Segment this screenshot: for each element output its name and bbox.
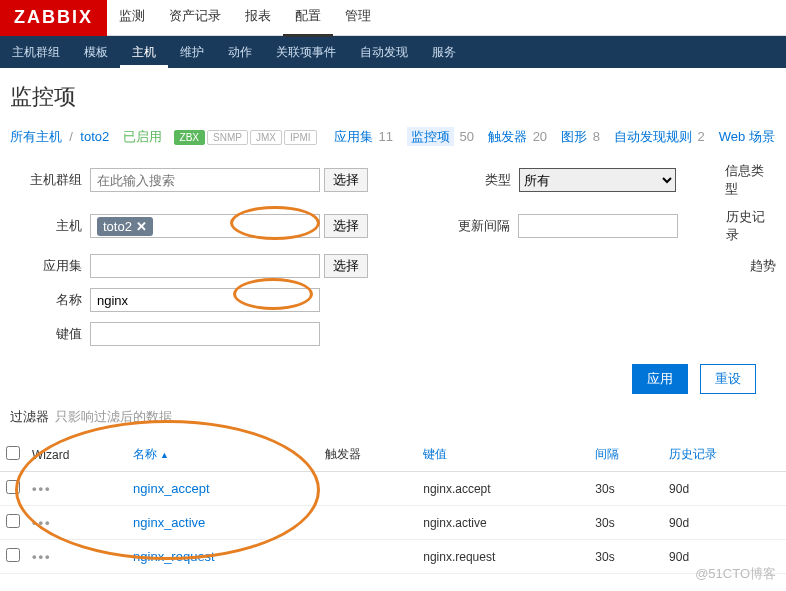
item-name-link[interactable]: nginx_accept [133, 481, 210, 496]
label-app: 应用集 [10, 257, 90, 275]
label-type: 类型 [441, 171, 519, 189]
topnav-item[interactable]: 管理 [333, 0, 383, 37]
subnav-item[interactable]: 主机 [120, 36, 168, 68]
item-interval: 30s [589, 472, 663, 506]
host-tag: SNMP [207, 130, 248, 145]
table-row: •••nginx_activenginx.active30s90d [0, 506, 786, 540]
subnav-item[interactable]: 模板 [72, 36, 120, 68]
sub-nav: 主机群组模板主机维护动作关联项事件自动发现服务 [0, 36, 786, 68]
col-name[interactable]: 名称 [127, 438, 319, 472]
filter-header: 过滤器只影响过滤后的数据 [0, 402, 786, 432]
subnav-item[interactable]: 自动发现 [348, 36, 420, 68]
item-name-link[interactable]: nginx_request [133, 549, 215, 564]
row-checkbox[interactable] [6, 514, 20, 528]
host-token[interactable]: toto2✕ [97, 217, 153, 236]
label-host: 主机 [10, 217, 90, 235]
app-input[interactable] [90, 254, 320, 278]
label-info-type: 信息类型 [725, 162, 776, 198]
item-key: nginx.accept [417, 472, 589, 506]
topnav-item[interactable]: 监测 [107, 0, 157, 37]
label-group: 主机群组 [10, 171, 90, 189]
close-icon[interactable]: ✕ [136, 219, 147, 234]
items-table: Wizard 名称 触发器 键值 间隔 历史记录 •••nginx_accept… [0, 438, 786, 574]
wizard-icon[interactable]: ••• [32, 515, 52, 530]
subnav-item[interactable]: 主机群组 [0, 36, 72, 68]
crumb-host[interactable]: toto2 [80, 129, 109, 144]
top-nav: 监测资产记录报表配置管理 [107, 0, 383, 37]
item-name-link[interactable]: nginx_active [133, 515, 205, 530]
item-key: nginx.request [417, 540, 589, 574]
table-row: •••nginx_acceptnginx.accept30s90d [0, 472, 786, 506]
col-history[interactable]: 历史记录 [663, 438, 786, 472]
row-checkbox[interactable] [6, 548, 20, 562]
item-history: 90d [663, 506, 786, 540]
col-wizard: Wizard [26, 438, 127, 472]
type-select[interactable]: 所有 [519, 168, 676, 192]
watermark: @51CTO博客 [695, 565, 776, 574]
row-checkbox[interactable] [6, 480, 20, 494]
subnav-item[interactable]: 动作 [216, 36, 264, 68]
name-input[interactable] [90, 288, 320, 312]
top-bar: ZABBIX 监测资产记录报表配置管理 [0, 0, 786, 36]
label-name: 名称 [10, 291, 90, 309]
breadcrumb: 所有主机 / toto2 已启用 ZBXSNMPJMXIPMI 应用集 11监控… [0, 124, 786, 158]
wizard-icon[interactable]: ••• [32, 481, 52, 496]
subnav-item[interactable]: 关联项事件 [264, 36, 348, 68]
item-interval: 30s [589, 540, 663, 574]
label-history: 历史记录 [726, 208, 776, 244]
reset-button[interactable]: 重设 [700, 364, 756, 394]
host-stat-link[interactable]: 触发器 [488, 129, 527, 144]
host-stat-link[interactable]: 自动发现规则 [614, 129, 692, 144]
topnav-item[interactable]: 配置 [283, 0, 333, 37]
host-select-button[interactable]: 选择 [324, 214, 368, 238]
host-input[interactable]: toto2✕ [90, 214, 320, 238]
col-interval[interactable]: 间隔 [589, 438, 663, 472]
label-key: 键值 [10, 325, 90, 343]
app-select-button[interactable]: 选择 [324, 254, 368, 278]
page-title: 监控项 [10, 82, 776, 112]
item-key: nginx.active [417, 506, 589, 540]
host-tag: IPMI [284, 130, 317, 145]
group-input[interactable] [90, 168, 320, 192]
apply-button[interactable]: 应用 [632, 364, 688, 394]
col-key[interactable]: 键值 [417, 438, 589, 472]
brand-logo: ZABBIX [0, 0, 107, 36]
subnav-item[interactable]: 维护 [168, 36, 216, 68]
host-stat-link[interactable]: 监控项 [407, 127, 454, 146]
item-interval: 30s [589, 506, 663, 540]
wizard-icon[interactable]: ••• [32, 549, 52, 564]
filter-form: 主机群组 选择 类型 所有 信息类型 主机 toto2✕ 选择 更新间隔 历史记… [0, 162, 786, 346]
host-tag: ZBX [174, 130, 205, 145]
topnav-item[interactable]: 资产记录 [157, 0, 233, 37]
item-history: 90d [663, 472, 786, 506]
group-select-button[interactable]: 选择 [324, 168, 368, 192]
status-enabled: 已启用 [123, 129, 162, 144]
subnav-item[interactable]: 服务 [420, 36, 468, 68]
key-input[interactable] [90, 322, 320, 346]
host-stat-link[interactable]: Web 场景 [719, 129, 775, 144]
select-all-checkbox[interactable] [6, 446, 20, 460]
label-interval: 更新间隔 [441, 217, 518, 235]
topnav-item[interactable]: 报表 [233, 0, 283, 37]
col-triggers: 触发器 [319, 438, 417, 472]
crumb-all-hosts[interactable]: 所有主机 [10, 129, 62, 144]
host-stat-link[interactable]: 应用集 [334, 129, 373, 144]
filter-actions: 应用 重设 [0, 356, 786, 402]
interval-input[interactable] [518, 214, 678, 238]
table-row: •••nginx_requestnginx.request30s90d [0, 540, 786, 574]
label-trend: 趋势 [750, 257, 776, 275]
host-stat-link[interactable]: 图形 [561, 129, 587, 144]
host-tag: JMX [250, 130, 282, 145]
